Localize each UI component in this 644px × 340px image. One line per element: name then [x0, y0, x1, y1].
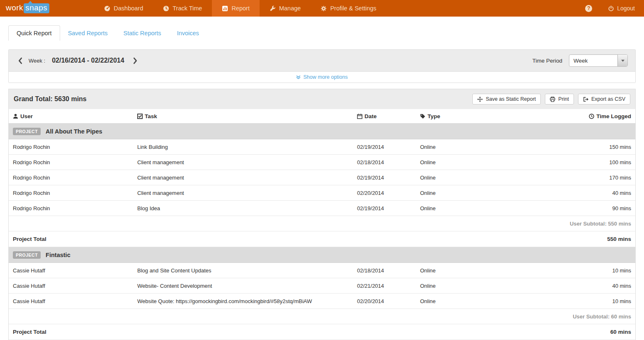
save-as-static-report-button[interactable]: Save as Static Report	[472, 94, 541, 104]
cell-type: Online	[420, 205, 544, 211]
project-total-value: 550 mins	[544, 236, 631, 242]
chevron-down-icon	[621, 60, 625, 62]
logout-button[interactable]: Logout	[608, 5, 635, 12]
project-total-row: Project Total 550 mins	[9, 231, 635, 247]
cell-task: Website Quote: https://gomockingbird.com…	[137, 298, 357, 304]
column-label: Time Logged	[596, 113, 631, 119]
cell-type: Online	[420, 298, 544, 304]
cell-task: Blog Idea	[137, 205, 357, 211]
cell-time: 150 mins	[544, 144, 631, 150]
column-header-time-logged: Time Logged	[544, 113, 631, 119]
nav-item-label: Track Time	[173, 5, 202, 12]
export-as-csv-button[interactable]: Export as CSV	[578, 94, 630, 104]
clock-outline-icon	[589, 114, 594, 119]
nav-item-report[interactable]: Report	[212, 0, 260, 17]
column-label: User	[20, 113, 33, 119]
project-badge: PROJECT	[13, 251, 41, 259]
nav-item-track-time[interactable]: Track Time	[153, 0, 212, 17]
cell-user: Cassie Hutaff	[13, 298, 137, 304]
column-header-date: Date	[357, 113, 420, 119]
cell-date: 02/18/2014	[357, 159, 420, 165]
cell-user: Rodrigo Rochin	[13, 190, 137, 196]
gear-icon	[321, 5, 327, 12]
tag-icon	[420, 114, 425, 119]
tab-saved-reports[interactable]: Saved Reports	[60, 26, 116, 41]
cell-user: Rodrigo Rochin	[13, 175, 137, 181]
chevron-left-icon	[18, 57, 22, 64]
print-button[interactable]: Print	[545, 94, 574, 104]
nav-item-label: Report	[231, 5, 250, 12]
move-icon	[477, 97, 483, 102]
table-row: Rodrigo Rochin Blog Idea 02/19/2014 Onli…	[9, 201, 635, 216]
table-header-row: User Task Date Type Time Logged	[9, 109, 635, 124]
cell-type: Online	[420, 190, 544, 196]
nav-item-label: Dashboard	[114, 5, 143, 12]
nav-item-profile-settings[interactable]: Profile & Settings	[311, 0, 386, 17]
user-icon	[13, 114, 18, 119]
column-header-task: Task	[137, 113, 357, 119]
logout-label: Logout	[617, 5, 635, 12]
help-icon[interactable]: ?	[585, 5, 592, 12]
task-check-icon	[137, 114, 143, 119]
tab-invoices[interactable]: Invoices	[169, 26, 207, 41]
cell-time: 40 mins	[544, 190, 631, 196]
cell-task: Client management	[137, 159, 357, 165]
column-label: Type	[428, 113, 440, 119]
report-icon	[222, 5, 228, 12]
cell-type: Online	[420, 283, 544, 289]
nav-item-dashboard[interactable]: Dashboard	[94, 0, 153, 17]
project-total-value: 60 mins	[544, 329, 631, 335]
user-subtotal-row: User Subtotal: 550 mins	[9, 216, 635, 231]
tab-static-reports[interactable]: Static Reports	[116, 26, 169, 41]
project-total-label: Project Total	[13, 236, 137, 242]
table-row: Rodrigo Rochin Client management 02/20/2…	[9, 185, 635, 201]
cell-task: Client management	[137, 175, 357, 181]
report-tabs: Quick Report Saved Reports Static Report…	[0, 24, 644, 41]
week-label: Week :	[29, 58, 45, 64]
project-badge: PROJECT	[13, 128, 41, 135]
week-range: 02/16/2014 - 02/22/2014	[52, 57, 124, 64]
top-nav: work snaps Dashboard Track Time Report M…	[0, 0, 644, 17]
wrench-icon	[270, 5, 276, 12]
cell-date: 02/19/2014	[357, 175, 420, 181]
time-period-value: Week	[569, 58, 617, 64]
report-panel: Grand Total: 5630 mins Save as Static Re…	[8, 89, 636, 340]
show-more-options-link[interactable]: Show more options	[296, 74, 348, 80]
logo-snaps-text: snaps	[24, 3, 49, 13]
project-total-row: Project Total 60 mins	[9, 324, 635, 340]
select-caret-button[interactable]	[617, 55, 627, 66]
cell-user: Rodrigo Rochin	[13, 205, 137, 211]
previous-week-button[interactable]	[15, 55, 24, 66]
cell-task: Client management	[137, 190, 357, 196]
column-header-type: Type	[420, 113, 544, 119]
cell-time: 40 mins	[544, 283, 631, 289]
cell-user: Rodrigo Rochin	[13, 144, 137, 150]
cell-time: 90 mins	[544, 205, 631, 211]
cell-date: 02/20/2014	[357, 190, 420, 196]
nav-items: Dashboard Track Time Report Manage Profi…	[94, 0, 386, 17]
worksnaps-logo[interactable]: work snaps	[6, 3, 49, 13]
calendar-icon	[357, 114, 362, 119]
cell-date: 02/19/2014	[357, 144, 420, 150]
time-period-label: Time Period	[532, 58, 562, 64]
nav-item-label: Manage	[279, 5, 301, 12]
cell-date: 02/18/2014	[357, 267, 420, 274]
table-row: Cassie Hutaff Website Quote: https://gom…	[9, 294, 635, 309]
table-row: Rodrigo Rochin Client management 02/18/2…	[9, 155, 635, 170]
table-row: Rodrigo Rochin Client management 02/19/2…	[9, 170, 635, 185]
next-week-button[interactable]	[131, 55, 140, 66]
grand-total: Grand Total: 5630 mins	[14, 95, 87, 103]
table-row: Cassie Hutaff Website- Content Developme…	[9, 278, 635, 294]
cell-type: Online	[420, 267, 544, 274]
tab-quick-report[interactable]: Quick Report	[8, 25, 60, 41]
column-label: Date	[365, 113, 377, 119]
project-name: Fintastic	[46, 252, 70, 258]
time-period-select[interactable]: Week	[569, 54, 628, 67]
cell-type: Online	[420, 159, 544, 165]
cell-type: Online	[420, 144, 544, 150]
table-row: Cassie Hutaff Blog and Site Content Upda…	[9, 263, 635, 278]
save-as-static-report-label: Save as Static Report	[486, 96, 536, 102]
table-row: Rodrigo Rochin Link Building 02/19/2014 …	[9, 139, 635, 155]
nav-item-manage[interactable]: Manage	[260, 0, 311, 17]
cell-date: 02/21/2014	[357, 283, 420, 289]
